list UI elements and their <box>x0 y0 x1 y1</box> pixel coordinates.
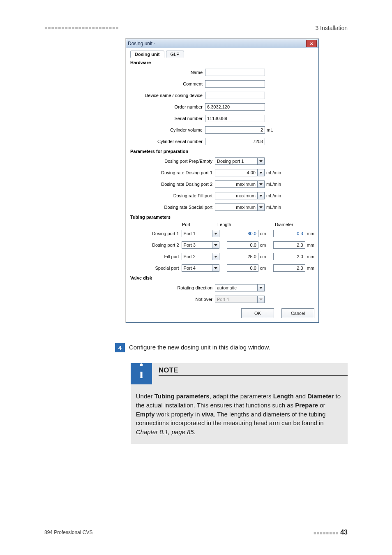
svg-marker-6 <box>214 244 217 246</box>
dialog-titlebar: Dosing unit - ✕ <box>126 39 318 48</box>
tubing-diameter-field[interactable]: 2.0 <box>273 241 305 249</box>
cylvol-unit: mL <box>267 127 273 132</box>
dpe-select[interactable]: Dosing port 1 <box>215 157 258 165</box>
page-number: 43 <box>340 529 348 536</box>
close-icon[interactable]: ✕ <box>306 40 317 47</box>
chevron-down-icon[interactable] <box>257 204 265 211</box>
chevron-down-icon[interactable] <box>212 264 219 272</box>
cancel-button[interactable]: Cancel <box>281 308 314 318</box>
tubing-dia-unit: mm <box>307 231 314 236</box>
tubing-port-select[interactable]: Port 1 <box>182 230 212 237</box>
rs-field[interactable]: maximum <box>215 204 258 211</box>
head-port: Port <box>182 222 197 227</box>
note-title: NOTE <box>159 366 178 374</box>
chevron-down-icon[interactable] <box>257 169 265 176</box>
section-tubing: Tubing parameters <box>130 215 314 220</box>
step-text: Configure the new dosing unit in this di… <box>129 343 270 352</box>
tubing-len-unit: cm <box>260 254 266 259</box>
footer-decor: ■■■■■■■■ <box>314 530 339 535</box>
tubing-diameter-field[interactable]: 0.3 <box>273 230 305 237</box>
tubing-port-select[interactable]: Port 3 <box>182 241 212 249</box>
svg-marker-8 <box>214 267 217 269</box>
r2-unit: mL/min <box>266 182 281 187</box>
label-dpe: Dosing port Prep/Empty <box>130 159 215 164</box>
svg-marker-2 <box>259 183 263 185</box>
tubing-len-unit: cm <box>260 231 266 236</box>
name-field[interactable] <box>205 69 265 76</box>
label-cylserial: Cylinder serial number <box>130 139 205 144</box>
info-icon: ı <box>131 363 152 384</box>
svg-marker-0 <box>259 160 263 162</box>
r1-unit: mL/min <box>266 170 281 175</box>
svg-marker-3 <box>259 195 263 197</box>
svg-marker-1 <box>259 172 263 174</box>
tubing-len-unit: cm <box>260 266 266 271</box>
chevron-down-icon[interactable] <box>257 284 265 291</box>
r1-field[interactable]: 4.00 <box>215 169 258 176</box>
rf-field[interactable]: maximum <box>215 192 258 199</box>
rot-select[interactable]: automatic <box>215 284 258 291</box>
label-notover: Not over <box>130 297 215 302</box>
label-name: Name <box>130 70 205 75</box>
cylserial-field[interactable]: 7203 <box>205 138 265 145</box>
label-rot: Rotating direction <box>130 285 215 290</box>
chevron-down-icon[interactable] <box>212 230 219 237</box>
tubing-length-field[interactable]: 0.0 <box>227 241 258 249</box>
step-number: 4 <box>115 343 125 352</box>
dialog-tabs: Dosing unit GLP <box>130 51 314 58</box>
chevron-down-icon[interactable] <box>212 253 219 260</box>
rf-unit: mL/min <box>266 193 281 198</box>
serial-field[interactable]: 11130389 <box>205 115 265 122</box>
rs-unit: mL/min <box>266 205 281 210</box>
section-hardware: Hardware <box>130 60 314 65</box>
tubing-header: Port Length Diameter <box>130 222 314 227</box>
device-field[interactable] <box>205 92 265 99</box>
tubing-label: Fill port <box>130 254 182 259</box>
cylvol-field[interactable]: 2 <box>205 126 265 134</box>
chevron-down-icon[interactable] <box>257 192 265 199</box>
tubing-dia-unit: mm <box>307 254 314 259</box>
label-r1: Dosing rate Dosing port 1 <box>130 170 215 175</box>
comment-field[interactable] <box>205 80 265 88</box>
note-box: ı NOTE Under Tubing parameters, adapt th… <box>131 363 348 444</box>
chevron-down-icon <box>257 296 265 303</box>
chevron-down-icon[interactable] <box>257 180 265 188</box>
tab-dosing-unit[interactable]: Dosing unit <box>130 51 164 58</box>
tubing-port-select[interactable]: Port 2 <box>182 253 212 260</box>
note-body: Under Tubing parameters, adapt the param… <box>136 384 348 444</box>
svg-marker-10 <box>259 298 263 301</box>
tubing-label: Dosing port 2 <box>130 243 182 247</box>
tubing-row: Dosing port 2 Port 3 0.0 cm 2.0 mm <box>130 240 314 250</box>
chevron-down-icon[interactable] <box>257 157 265 165</box>
dialog-title: Dosing unit - <box>128 41 155 46</box>
chevron-down-icon[interactable] <box>212 241 219 249</box>
tubing-length-field[interactable]: 25.0 <box>227 253 258 260</box>
dosing-unit-dialog: Dosing unit - ✕ Dosing unit GLP Hardware… <box>126 39 319 323</box>
svg-marker-7 <box>214 256 217 258</box>
tubing-len-unit: cm <box>260 243 266 247</box>
header-section: 3 Installation <box>315 25 348 31</box>
tubing-label: Dosing port 1 <box>130 231 182 236</box>
label-comment: Comment <box>130 81 205 86</box>
r2-field[interactable]: maximum <box>215 180 258 188</box>
label-order: Order number <box>130 104 205 109</box>
ok-button[interactable]: OK <box>241 308 274 318</box>
tab-glp[interactable]: GLP <box>166 51 184 58</box>
tubing-label: Special port <box>130 266 182 271</box>
label-serial: Serial number <box>130 116 205 121</box>
head-length: Length <box>197 222 255 227</box>
tubing-length-field[interactable]: 80.0 <box>227 230 258 237</box>
tubing-diameter-field[interactable]: 2.0 <box>273 264 305 272</box>
tubing-length-field[interactable]: 0.0 <box>227 264 258 272</box>
section-valve: Valve disk <box>130 275 314 280</box>
footer-left: 894 Professional CVS <box>44 530 92 535</box>
tubing-port-select[interactable]: Port 4 <box>182 264 212 272</box>
head-diameter: Diameter <box>255 222 312 227</box>
tubing-row: Fill port Port 2 25.0 cm 2.0 mm <box>130 252 314 261</box>
order-field[interactable]: 6.3032.120 <box>205 103 265 111</box>
label-cylvol: Cylinder volume <box>130 127 205 132</box>
label-r2: Dosing rate Dosing port 2 <box>130 182 215 187</box>
tubing-dia-unit: mm <box>307 266 314 271</box>
tubing-dia-unit: mm <box>307 243 314 247</box>
tubing-diameter-field[interactable]: 2.0 <box>273 253 305 260</box>
